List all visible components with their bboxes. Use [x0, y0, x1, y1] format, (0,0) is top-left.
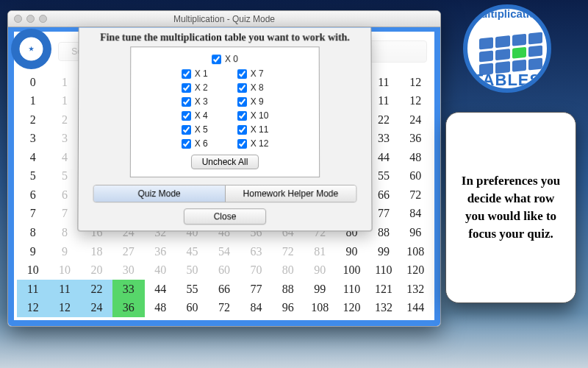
logo-bottom-text: TABLES: [467, 71, 547, 90]
table-cell: 5: [49, 167, 80, 186]
check-x0[interactable]: X 0: [131, 54, 319, 64]
table-cell: 120: [336, 298, 368, 317]
window-controls[interactable]: [14, 15, 47, 23]
minimize-window-icon[interactable]: [26, 15, 35, 23]
table-cell: 11: [368, 73, 399, 92]
table-cell: 99: [368, 242, 399, 261]
table-cell: 0: [17, 73, 49, 92]
table-cell: 4: [49, 148, 80, 167]
check-x6[interactable]: X 6: [182, 138, 208, 149]
mode-quiz[interactable]: Quiz Mode: [94, 185, 226, 202]
check-x8[interactable]: X 8: [237, 82, 269, 93]
zoom-window-icon[interactable]: [39, 15, 47, 23]
table-cell: 24: [400, 110, 431, 130]
table-cell: 9: [17, 242, 49, 261]
mode-segmented[interactable]: Quiz Mode Homework Helper Mode: [93, 185, 357, 202]
table-cell: 24: [81, 298, 112, 317]
promo-card: In preferences you decide what row you w…: [445, 112, 576, 303]
table-cell: 132: [400, 280, 431, 299]
table-cell: 22: [368, 110, 399, 130]
table-cell: 72: [400, 185, 431, 205]
table-cell: 27: [112, 242, 144, 261]
table-cell: 20: [81, 261, 112, 280]
table-cell: 90: [336, 242, 368, 261]
table-cell: 96: [400, 223, 431, 242]
table-cell: 2: [17, 110, 49, 130]
table-cell: 66: [208, 280, 240, 299]
logo-circle: Multiplication TABLES: [463, 4, 551, 93]
table-cell: 50: [176, 261, 208, 280]
table-cell: 10: [17, 261, 49, 280]
table-cell: 6: [49, 185, 80, 205]
table-cell: 81: [304, 242, 335, 261]
table-cell: 11: [368, 92, 399, 111]
table-cell: 12: [400, 92, 431, 111]
table-cell: 11: [49, 280, 80, 299]
table-cell: 4: [17, 148, 49, 167]
check-x3[interactable]: X 3: [182, 96, 208, 107]
table-cell: 12: [400, 73, 431, 92]
table-cell: 55: [176, 280, 208, 299]
table-cell: 36: [145, 242, 176, 261]
check-col-right: X 7 X 8 X 9 X 10 X 11 X 12: [237, 68, 269, 149]
table-cell: 44: [145, 280, 176, 299]
table-cell: 100: [336, 261, 368, 280]
logo-top-text: Multiplication: [467, 7, 547, 20]
table-cell: 6: [17, 185, 49, 205]
corner-logo: ★: [11, 29, 51, 69]
check-x5[interactable]: X 5: [182, 124, 208, 135]
table-cell: 72: [208, 298, 240, 317]
table-cell: 60: [176, 298, 208, 317]
window-title: Multiplication - Quiz Mode: [173, 14, 275, 24]
check-x1[interactable]: X 1: [182, 68, 208, 79]
table-cell: 88: [272, 280, 304, 299]
check-x4[interactable]: X 4: [182, 110, 208, 121]
table-cell: 60: [400, 167, 431, 186]
table-cell: 45: [176, 242, 208, 261]
check-x2[interactable]: X 2: [182, 82, 208, 93]
check-x10[interactable]: X 10: [237, 110, 269, 121]
table-cell: 63: [240, 242, 272, 261]
table-cell: 48: [145, 298, 176, 317]
check-x7[interactable]: X 7: [237, 68, 269, 79]
checkbox-x0[interactable]: [212, 54, 221, 64]
table-cell: 88: [368, 223, 399, 242]
table-cell: 132: [368, 298, 399, 317]
check-x9[interactable]: X 9: [237, 96, 269, 107]
table-cell: 96: [272, 298, 304, 317]
table-cell: 120: [400, 261, 431, 280]
table-cell: 40: [145, 261, 176, 280]
promo-logo: Multiplication TABLES: [445, 4, 570, 93]
table-cell: 18: [81, 242, 112, 261]
table-cell: 3: [49, 130, 80, 149]
close-window-icon[interactable]: [14, 15, 22, 23]
table-cell: 84: [400, 205, 431, 224]
table-cell: 55: [368, 167, 399, 186]
app-window: Multiplication - Quiz Mode ★ Settings = …: [7, 10, 441, 327]
table-cell: 99: [304, 280, 335, 299]
mode-homework[interactable]: Homework Helper Mode: [226, 185, 356, 202]
table-cell: 2: [49, 110, 80, 130]
table-cell: 7: [17, 205, 49, 224]
check-x12[interactable]: X 12: [237, 138, 269, 149]
table-cell: 1: [49, 73, 80, 92]
table-cell: 12: [17, 298, 49, 317]
table-cell: 5: [17, 167, 49, 186]
table-cell: 10: [49, 261, 80, 280]
table-cell: 121: [368, 280, 399, 299]
check-x11[interactable]: X 11: [237, 124, 269, 135]
table-cell: 30: [112, 261, 144, 280]
table-cell: 33: [368, 130, 399, 149]
table-cell: 3: [17, 130, 49, 149]
table-cell: 144: [400, 298, 431, 317]
table-cell: 77: [368, 205, 399, 224]
table-cell: 7: [49, 205, 80, 224]
titlebar: Multiplication - Quiz Mode: [8, 11, 440, 27]
table-cell: 12: [49, 298, 80, 317]
table-cell: 1: [17, 92, 49, 111]
uncheck-all-button[interactable]: Uncheck All: [191, 155, 259, 169]
close-sheet-button[interactable]: Close: [183, 208, 266, 224]
table-cell: 66: [368, 185, 399, 205]
checkbox-block: X 0 X 1 X 2 X 3 X 4 X 5 X 6 X 7 X 8 X 9 …: [130, 46, 320, 177]
table-cell: 84: [240, 298, 272, 317]
